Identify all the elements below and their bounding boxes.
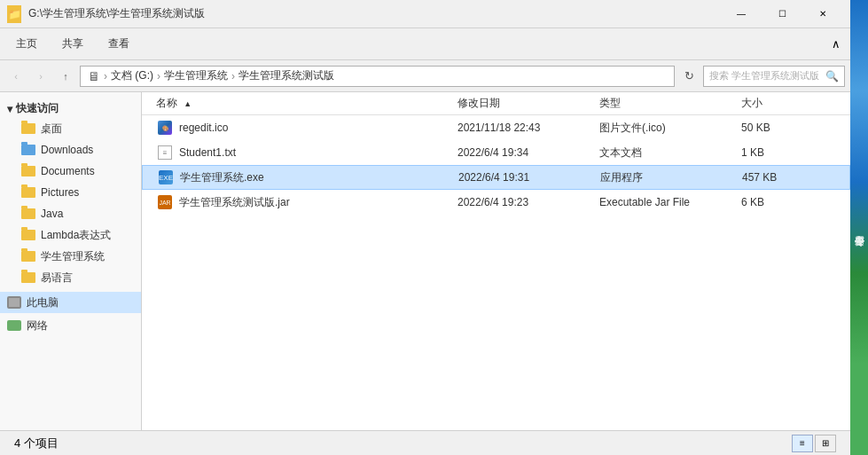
file-date-cell: 2021/11/18 22:43: [457, 122, 599, 134]
right-decoration: 用多变专专专专存各: [850, 0, 868, 455]
status-count: 4 个项目: [14, 435, 59, 451]
sidebar-item-documents-label: Documents: [41, 165, 95, 177]
minimize-button[interactable]: —: [721, 0, 762, 28]
sidebar-item-java[interactable]: Java: [0, 203, 141, 224]
exe-file-icon: EXE: [157, 169, 175, 186]
file-type-cell: 图片文件(.ico): [599, 121, 741, 136]
student-sys-folder-icon: [21, 249, 35, 263]
computer-icon: [7, 295, 21, 310]
sidebar-item-downloads-label: Downloads: [41, 144, 93, 156]
up-button[interactable]: ↑: [55, 66, 76, 87]
column-headers: 名称 ▲ 修改日期 类型 大小: [142, 92, 850, 115]
col-type-header[interactable]: 类型: [599, 96, 741, 111]
file-name-text: regedit.ico: [179, 122, 228, 134]
quick-access-arrow: ▾: [7, 103, 12, 115]
folder-icon: 📁: [7, 5, 21, 23]
sidebar-item-student-sys-label: 学生管理系统: [41, 249, 105, 264]
sidebar-item-network-label: 网络: [27, 318, 48, 333]
table-row[interactable]: Student1.txt 2022/6/4 19:34 文本文档 1 KB: [142, 140, 850, 165]
forward-button[interactable]: ›: [30, 66, 51, 87]
nav-bar: ‹ › ↑ 🖥 › 文档 (G:) › 学生管理系统 › 学生管理系统测试版 ↻…: [0, 60, 850, 92]
file-size-cell: 6 KB: [741, 196, 812, 208]
easy-lang-folder-icon: [21, 271, 35, 285]
breadcrumb-student-sys[interactable]: 学生管理系统: [164, 68, 228, 83]
lambda-folder-icon: [21, 228, 35, 242]
desktop-icon: [21, 122, 35, 136]
breadcrumb-documents[interactable]: 文档 (G:): [111, 68, 153, 83]
file-type-cell: 文本文档: [599, 145, 741, 161]
tile-view-button[interactable]: ⊞: [815, 435, 836, 452]
file-name-cell: Student1.txt: [156, 144, 457, 161]
java-folder-icon: [21, 207, 35, 221]
search-box[interactable]: 搜索 学生管理系统测试版 🔍: [703, 66, 845, 87]
file-name-text: Student1.txt: [179, 146, 236, 159]
file-size-cell: 50 KB: [741, 122, 812, 134]
sidebar-item-desktop[interactable]: 桌面: [0, 118, 141, 139]
search-icon: 🔍: [825, 70, 839, 82]
col-date-header[interactable]: 修改日期: [457, 96, 599, 111]
ribbon-tabs: 主页 共享 查看: [4, 29, 142, 59]
sidebar-item-lambda-label: Lambda表达式: [41, 228, 111, 243]
maximize-button[interactable]: ☐: [762, 0, 802, 28]
main-layout: ▾ 快速访问 桌面 Downloads: [0, 92, 850, 430]
col-name-header[interactable]: 名称 ▲: [156, 96, 457, 111]
file-date-cell: 2022/6/4 19:23: [457, 196, 599, 208]
sidebar-item-desktop-label: 桌面: [41, 122, 62, 137]
detail-view-button[interactable]: ≡: [792, 435, 813, 452]
file-name-cell: 🎨 regedit.ico: [156, 119, 457, 137]
breadcrumb-current[interactable]: 学生管理系统测试版: [239, 68, 334, 83]
txt-file-icon: [156, 144, 174, 161]
sidebar: ▾ 快速访问 桌面 Downloads: [0, 92, 142, 430]
file-name-cell: JAR 学生管理系统测试版.jar: [156, 193, 457, 211]
file-size-cell: 457 KB: [742, 171, 813, 184]
sidebar-item-lambda[interactable]: Lambda表达式: [0, 224, 141, 246]
ico-file-icon: 🎨: [156, 119, 174, 137]
sidebar-item-documents[interactable]: Documents: [0, 161, 141, 182]
sidebar-item-downloads[interactable]: Downloads: [0, 139, 141, 161]
title-controls: — ☐ ✕: [721, 0, 843, 28]
ribbon-expand-button[interactable]: ∧: [825, 34, 847, 55]
view-buttons: ≡ ⊞: [792, 435, 836, 452]
sidebar-item-easy-lang[interactable]: 易语言: [0, 267, 141, 288]
table-row[interactable]: 🎨 regedit.ico 2021/11/18 22:43 图片文件(.ico…: [142, 115, 850, 140]
breadcrumb-sep-2: ›: [157, 70, 160, 82]
back-button[interactable]: ‹: [5, 66, 27, 87]
sort-arrow: ▲: [184, 99, 192, 108]
file-list: 🎨 regedit.ico 2021/11/18 22:43 图片文件(.ico…: [142, 115, 850, 430]
close-button[interactable]: ✕: [802, 0, 843, 28]
refresh-button[interactable]: ↻: [678, 66, 700, 87]
file-type-cell: Executable Jar File: [599, 196, 741, 208]
network-icon: [7, 318, 21, 333]
sidebar-item-java-label: Java: [41, 208, 63, 220]
sidebar-item-pictures[interactable]: Pictures: [0, 182, 141, 203]
sidebar-item-pictures-label: Pictures: [41, 186, 79, 199]
ribbon-tab-view[interactable]: 查看: [96, 29, 142, 59]
address-bar[interactable]: 🖥 › 文档 (G:) › 学生管理系统 › 学生管理系统测试版: [80, 66, 675, 87]
file-type-cell: 应用程序: [600, 170, 742, 185]
content-area: 名称 ▲ 修改日期 类型 大小 🎨 rege: [142, 92, 850, 430]
quick-access-label: 快速访问: [16, 101, 59, 116]
table-row[interactable]: EXE 学生管理系统.exe 2022/6/4 19:31 应用程序 457 K…: [142, 165, 850, 190]
sidebar-item-this-pc[interactable]: 此电脑: [0, 292, 141, 313]
ribbon: 主页 共享 查看 ∧: [0, 28, 850, 60]
search-placeholder: 搜索 学生管理系统测试版: [709, 69, 819, 82]
window-icon: 📁: [7, 7, 21, 21]
file-name-cell: EXE 学生管理系统.exe: [157, 169, 458, 186]
ribbon-tab-home[interactable]: 主页: [4, 29, 50, 59]
breadcrumb-sep-3: ›: [231, 70, 235, 82]
file-date-cell: 2022/6/4 19:31: [458, 171, 600, 184]
title-bar-icons: 📁: [7, 7, 21, 21]
sidebar-item-student-sys[interactable]: 学生管理系统: [0, 246, 141, 267]
col-size-header[interactable]: 大小: [741, 96, 812, 111]
table-row[interactable]: JAR 学生管理系统测试版.jar 2022/6/4 19:23 Executa…: [142, 190, 850, 215]
quick-access-header[interactable]: ▾ 快速访问: [0, 96, 141, 118]
sidebar-item-easy-lang-label: 易语言: [41, 271, 73, 286]
ribbon-tab-share[interactable]: 共享: [50, 29, 96, 59]
file-size-cell: 1 KB: [741, 146, 812, 159]
breadcrumb-this-pc: 🖥: [88, 69, 100, 83]
sidebar-item-this-pc-label: 此电脑: [27, 295, 59, 310]
downloads-icon: [21, 143, 35, 157]
sidebar-item-network[interactable]: 网络: [0, 315, 141, 336]
status-bar: 4 个项目 ≡ ⊞: [0, 430, 850, 455]
title-path: G:\学生管理系统\学生管理系统测试版: [28, 6, 721, 21]
